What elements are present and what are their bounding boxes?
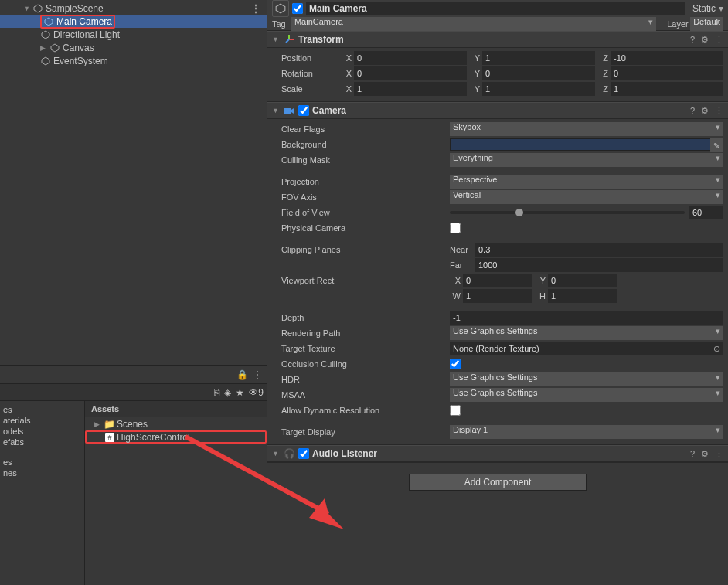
hierarchy-item-canvas[interactable]: ▶ Canvas [0,41,267,54]
clear-flags-dropdown[interactable]: Skybox [450,122,723,136]
culling-mask-label: Culling Mask [272,155,450,165]
allow-dynamic-checkbox[interactable] [450,405,461,416]
gameobject-name-field[interactable] [306,2,685,15]
viewport-w-field[interactable] [463,289,532,303]
menu-icon[interactable]: ⋮ [253,369,262,380]
hidden-count[interactable]: 👁9 [249,387,264,398]
far-clip-field[interactable] [475,258,723,272]
hdr-dropdown[interactable]: Use Graphics Settings [450,372,723,386]
folder-item[interactable]: es [0,457,84,468]
gameobject-active-checkbox[interactable] [292,3,303,14]
foldout-icon[interactable]: ▶ [40,44,49,52]
position-x-field[interactable] [354,51,467,65]
physical-camera-checkbox[interactable] [450,223,461,233]
layer-dropdown[interactable]: Default [690,17,723,31]
background-color-field[interactable]: ✎ [450,138,723,151]
target-texture-field[interactable]: None (Render Texture)⊙ [450,342,723,355]
help-icon[interactable]: ? [690,449,695,458]
eyedropper-icon[interactable]: ✎ [710,138,723,152]
scale-x-field[interactable] [354,82,467,96]
tag-dropdown[interactable]: MainCamera [291,17,656,31]
folder-item[interactable]: aterials [0,415,84,426]
foldout-icon[interactable]: ▼ [23,5,32,12]
viewport-y-field[interactable] [548,274,617,287]
svg-rect-9 [284,108,291,114]
camera-enabled-checkbox[interactable] [298,105,309,116]
viewport-h-field[interactable] [548,289,617,303]
component-title: Camera [312,105,684,116]
scene-row[interactable]: ▼ SampleScene ⋮ [0,2,267,15]
projection-label: Projection [272,177,450,186]
msaa-dropdown[interactable]: Use Graphics Settings [450,388,723,402]
star-icon[interactable]: ★ [236,387,244,398]
target-display-label: Target Display [272,427,450,437]
preset-icon[interactable]: ⚙ [701,106,709,116]
object-picker-icon[interactable]: ⊙ [713,344,720,354]
occlusion-culling-checkbox[interactable] [450,359,461,369]
rotation-z-field[interactable] [611,66,723,80]
rotation-label: Rotation [272,69,341,78]
gameobject-icon [43,16,54,27]
foldout-icon[interactable]: ▶ [94,420,104,428]
foldout-icon[interactable]: ▼ [272,36,280,43]
lock-icon[interactable]: 🔒 [236,369,248,380]
help-icon[interactable]: ? [690,35,695,44]
culling-mask-dropdown[interactable]: Everything [450,153,723,167]
static-dropdown-icon[interactable]: ▾ [719,3,723,14]
foldout-icon[interactable]: ▼ [272,107,280,114]
near-clip-field[interactable] [475,243,723,257]
asset-folder-scenes[interactable]: ▶ 📁 Scenes [85,417,267,430]
camera-icon [283,104,295,117]
help-icon[interactable]: ? [690,106,695,115]
fov-slider[interactable] [450,211,685,214]
left-panel: ▼ SampleScene ⋮ Main Camera Directi [0,0,267,585]
folder-item[interactable]: odels [0,426,84,437]
position-z-field[interactable] [611,51,723,65]
filter-icon[interactable]: ◈ [224,387,231,398]
folder-item[interactable]: nes [0,468,84,478]
folder-item[interactable]: efabs [0,437,84,447]
menu-icon[interactable]: ⋮ [715,35,723,45]
scale-z-field[interactable] [611,82,723,96]
fov-value-field[interactable] [689,206,723,219]
fov-axis-dropdown[interactable]: Vertical [450,190,723,204]
hierarchy-item-eventsystem[interactable]: EventSystem [0,54,267,67]
inspector-header: Static ▾ Tag MainCamera Layer Default [267,0,728,31]
viewport-x-field[interactable] [463,274,532,287]
projection-dropdown[interactable]: Perspective [450,175,723,189]
scale-label: Scale [272,84,341,94]
asset-script-highscorecontrol[interactable]: # HighScoreControl [85,430,267,444]
gameobject-icon[interactable] [272,0,289,17]
preset-icon[interactable]: ⚙ [701,449,709,459]
svg-marker-5 [276,4,285,13]
clear-flags-label: Clear Flags [272,124,450,134]
gameobject-icon [49,43,60,53]
component-title: Audio Listener [312,448,684,459]
csharp-script-icon: # [105,433,114,442]
rendering-path-dropdown[interactable]: Use Graphics Settings [450,326,723,340]
position-label: Position [272,53,341,63]
menu-icon[interactable]: ⋮ [715,106,723,116]
foldout-icon[interactable]: ▼ [272,450,280,457]
hierarchy-item-main-camera[interactable]: Main Camera [0,15,267,28]
target-display-dropdown[interactable]: Display 1 [450,425,723,439]
rotation-x-field[interactable] [354,66,467,80]
hierarchy-item-label: EventSystem [53,56,108,66]
depth-label: Depth [272,313,450,322]
menu-icon[interactable]: ⋮ [715,449,723,459]
folder-item[interactable]: es [0,404,84,415]
rotation-y-field[interactable] [482,66,595,80]
transform-icon [283,33,295,46]
project-folder-tree[interactable]: es aterials odels efabs es nes [0,401,85,585]
viewport-rect-label: Viewport Rect [272,276,450,285]
scale-y-field[interactable] [482,82,595,96]
preset-icon[interactable]: ⚙ [701,35,709,45]
hierarchy-menu-icon[interactable]: ⋮ [251,3,260,14]
add-component-button[interactable]: Add Component [409,474,587,491]
hierarchy-item-directional-light[interactable]: Directional Light [0,28,267,41]
position-y-field[interactable] [482,51,595,65]
depth-field[interactable] [450,311,723,325]
audio-listener-enabled-checkbox[interactable] [298,448,309,459]
save-icon[interactable]: ⎘ [214,387,219,398]
unity-icon [32,3,43,14]
